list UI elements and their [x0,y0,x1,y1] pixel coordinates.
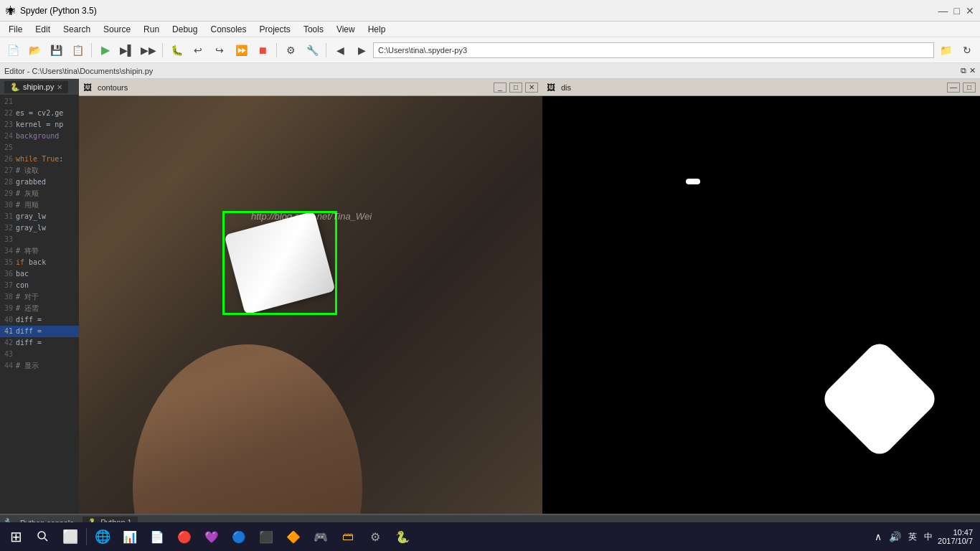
run-button[interactable]: ▶ [95,40,116,60]
refresh-button[interactable]: ↻ [957,40,977,60]
step-into-button[interactable]: ↪ [209,40,230,60]
window-controls: — □ ✕ [938,5,974,17]
taskview-button[interactable]: ⬜ [57,524,83,550]
taskbar-right: ∧ 🔊 英 中 10:47 2017/10/7 [872,528,977,545]
menu-bar: File Edit Search Source Run Debug Consol… [0,22,980,37]
code-line-41: 41 diff = [0,326,79,337]
run-cell-button[interactable]: ▶▌ [117,40,137,60]
toolbar-sep1 [91,43,92,57]
menu-help[interactable]: Help [362,23,392,36]
contours-maximize[interactable]: □ [509,83,522,93]
code-line-35: 35 if back [0,257,79,268]
menu-view[interactable]: View [331,23,361,36]
menu-debug[interactable]: Debug [166,23,203,36]
tab-icon: 🐍 [10,83,20,92]
save-file-button[interactable]: 💾 [46,40,66,60]
save-all-button[interactable]: 📋 [67,40,88,60]
taskbar-folder[interactable]: 🗃 [335,524,361,550]
toolbar-sep4 [326,43,326,57]
tools-button[interactable]: ⚙ [281,40,301,60]
taskbar-app1[interactable]: 🔵 [226,524,252,550]
search-button[interactable] [30,524,56,550]
contours-minimize[interactable]: _ [494,83,507,93]
app-title: Spyder (Python 3.5) [20,6,97,16]
step-button[interactable]: ↩ [188,40,208,60]
code-line-29: 29 # 灰顺 [0,188,79,199]
code-line-38: 38 # 对于 [0,291,79,303]
menu-consoles[interactable]: Consoles [204,23,252,36]
code-line-26: 26while True: [0,154,79,165]
menu-tools[interactable]: Tools [298,23,329,36]
taskbar-word[interactable]: 📄 [144,524,170,550]
taskbar-ppt[interactable]: 🔴 [171,524,197,550]
tab-close-button[interactable]: ✕ [57,83,62,91]
taskbar-excel[interactable]: 📊 [117,524,143,550]
debug-button[interactable]: 🐛 [166,40,187,60]
stop-button[interactable]: ⏹ [253,40,273,60]
dis-minimize[interactable]: — [947,83,960,93]
code-line-39: 39 # 还需 [0,303,79,314]
path-input[interactable] [373,42,934,58]
taskbar-steam[interactable]: 🎮 [308,524,334,550]
editor-undock[interactable]: ⧉ [961,66,966,75]
taskbar-app2[interactable]: ⬛ [253,524,279,550]
taskbar: ⊞ ⬜ 🌐 📊 📄 🔴 💜 🔵 ⬛ 🔶 🎮 🗃 ⚙ 🐍 ∧ 🔊 英 中 10:4… [0,522,980,551]
back-button[interactable]: ◀ [330,40,350,60]
svg-point-0 [38,532,45,539]
open-file-button[interactable]: 📂 [24,40,44,60]
taskbar-app3[interactable]: 🔶 [281,524,306,550]
taskbar-lang-icon[interactable]: 中 [922,531,935,543]
menu-edit[interactable]: Edit [29,23,56,36]
bounding-box [222,211,337,315]
dis-icon: 🖼 [547,83,555,93]
menu-run[interactable]: Run [138,23,165,36]
continue-button[interactable]: ⏩ [231,40,251,60]
code-line-44: 44 # 显示 [0,360,79,372]
editor-header: Editor - C:\Users\tina\Documents\shipin.… [0,63,980,79]
preferences-button[interactable]: 🔧 [302,40,322,60]
tab-shipin[interactable]: 🐍 shipin.py ✕ [4,81,68,93]
contours-window: 🖼 contours _ □ ✕ http://blog.csdn.net/Ti… [79,79,542,514]
taskbar-volume-icon[interactable]: 🔊 [887,531,903,542]
toolbar: 📄 📂 💾 📋 ▶ ▶▌ ▶▶ 🐛 ↩ ↪ ⏩ ⏹ ⚙ 🔧 ◀ ▶ 📁 ↻ [0,37,980,63]
minimize-button[interactable]: — [938,5,948,17]
menu-file[interactable]: File [3,23,28,36]
start-button[interactable]: ⊞ [3,524,29,550]
code-line-34: 34 # 将带 [0,245,79,257]
menu-source[interactable]: Source [98,23,136,36]
editor-panel: 🐍 shipin.py ✕ 21 22es = cv2.ge 23kernel … [0,79,79,514]
title-bar: 🕷 Spyder (Python 3.5) — □ ✕ [0,0,980,22]
editor-close[interactable]: ✕ [969,66,976,75]
dis-titlebar: 🖼 dis — □ [542,79,980,96]
taskbar-edge[interactable]: 🌐 [90,524,116,550]
close-button[interactable]: ✕ [966,5,974,17]
contours-title: contours [98,83,488,92]
taskbar-settings[interactable]: ⚙ [362,524,388,550]
browse-button[interactable]: 📁 [936,40,956,60]
contours-titlebar: 🖼 contours _ □ ✕ [79,79,542,96]
taskbar-notify-icon[interactable]: ∧ [872,531,884,542]
contours-close[interactable]: ✕ [525,83,538,93]
taskbar-network-icon[interactable]: 英 [906,531,919,543]
dis-maximize[interactable]: □ [963,83,976,93]
forward-button[interactable]: ▶ [352,40,372,60]
new-file-button[interactable]: 📄 [3,40,23,60]
code-line-42: 42 diff = [0,337,79,349]
menu-projects[interactable]: Projects [254,23,296,36]
camera-frame: http://blog.csdn.net/Tina_Wei [79,96,542,514]
taskbar-vs[interactable]: 💜 [199,524,225,550]
maximize-button[interactable]: □ [954,5,960,17]
dis-window: 🖼 dis — □ [542,79,980,514]
clock-time: 10:47 [938,528,973,537]
menu-search[interactable]: Search [57,23,96,36]
taskbar-clock: 10:47 2017/10/7 [938,528,977,545]
code-line-22: 22es = cv2.ge [0,108,79,119]
clock-date: 2017/10/7 [938,537,973,545]
svg-line-1 [44,538,47,541]
taskbar-python[interactable]: 🐍 [390,524,415,550]
contours-content: http://blog.csdn.net/Tina_Wei [79,96,542,514]
white-dot [686,179,700,184]
run-cell-advance-button[interactable]: ▶▶ [138,40,159,60]
code-line-27: 27 # 读取 [0,165,79,176]
arm-shape [122,327,373,514]
